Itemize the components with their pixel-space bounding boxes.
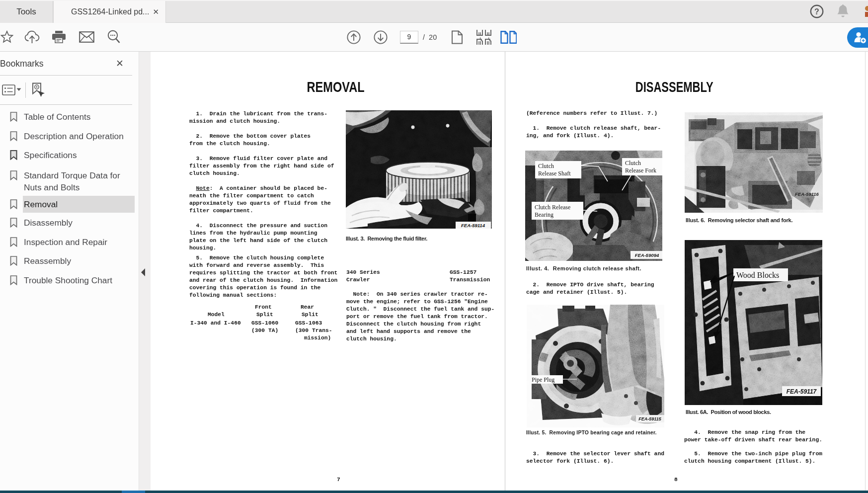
svg-text:Wood Blocks: Wood Blocks bbox=[736, 271, 779, 279]
svg-text:Clutch Release: Clutch Release bbox=[535, 204, 570, 211]
svg-text:Clutch: Clutch bbox=[538, 163, 554, 169]
svg-text:FEA-59094: FEA-59094 bbox=[635, 252, 659, 258]
svg-text:Release Shaft: Release Shaft bbox=[538, 170, 571, 177]
svg-text:Clutch: Clutch bbox=[625, 160, 641, 166]
svg-text:FEA-59116: FEA-59116 bbox=[795, 191, 819, 197]
svg-text:Pipe Plug: Pipe Plug bbox=[532, 376, 554, 383]
svg-text:FEA-59114: FEA-59114 bbox=[461, 223, 485, 228]
svg-text:Bearing: Bearing bbox=[535, 211, 553, 218]
svg-text:?: ? bbox=[814, 7, 819, 16]
svg-text:Release Fork: Release Fork bbox=[625, 167, 656, 174]
svg-text:FEA-59117: FEA-59117 bbox=[787, 388, 817, 395]
svg-text:FEA-59115: FEA-59115 bbox=[638, 416, 661, 421]
